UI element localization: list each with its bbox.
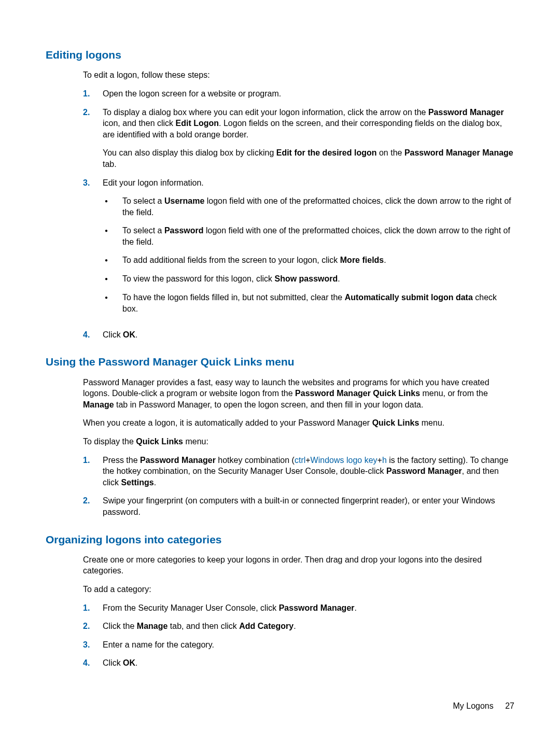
- text-run: To add a category:: [83, 585, 151, 594]
- bullet-text: To have the logon fields filled in, but …: [122, 292, 514, 314]
- text-run: .: [135, 658, 137, 667]
- list-marker: 3.: [83, 639, 103, 651]
- bullet-icon: ●: [103, 225, 122, 236]
- footer-section: My Logons: [453, 701, 493, 710]
- text-run: Enter a name for the category.: [103, 640, 214, 649]
- list-item: 3.Edit your logon information.●To select…: [83, 177, 514, 322]
- bullet-item: ●To select a Password logon field with o…: [103, 225, 514, 247]
- text-run: Quick Links: [136, 437, 183, 446]
- heading-quick-links: Using the Password Manager Quick Links m…: [46, 355, 514, 369]
- list-item-content: From the Security Manager User Console, …: [103, 602, 514, 614]
- text-run: Settings: [121, 478, 154, 487]
- list-item-paragraph: Enter a name for the category.: [103, 639, 514, 651]
- list-item: 2.Swipe your fingerprint (on computers w…: [83, 495, 514, 517]
- bullet-text: To select a Username logon field with on…: [122, 195, 514, 218]
- text-run: Open the logon screen for a website or p…: [103, 89, 281, 98]
- bullet-item: ●To select a Username logon field with o…: [103, 195, 514, 218]
- list-marker: 2.: [83, 107, 103, 118]
- footer-page-number: 27: [505, 701, 514, 710]
- ordered-list: 1.From the Security Manager User Console…: [83, 602, 514, 669]
- list-item-paragraph: Swipe your fingerprint (on computers wit…: [103, 495, 514, 517]
- bullet-icon: ●: [103, 273, 122, 285]
- text-run: Password: [164, 226, 204, 235]
- text-run: Press the: [103, 456, 140, 465]
- text-run: When you create a logon, it is automatic…: [83, 418, 372, 427]
- text-run: Username: [164, 196, 204, 205]
- list-item-content: Edit your logon information.●To select a…: [103, 177, 514, 322]
- text-run: .: [355, 603, 357, 612]
- text-run: To view the password for this logon, cli…: [122, 274, 274, 283]
- text-run: +: [305, 456, 310, 465]
- bullet-text: To add additional fields from the screen…: [122, 255, 514, 266]
- ordered-list: 1.Press the Password Manager hotkey comb…: [83, 455, 514, 518]
- list-item: 1.From the Security Manager User Console…: [83, 602, 514, 614]
- text-run: +: [377, 456, 382, 465]
- text-run: Add Category: [239, 622, 293, 630]
- list-item-content: Open the logon screen for a website or p…: [103, 88, 514, 100]
- bullet-item: ●To add additional fields from the scree…: [103, 255, 514, 266]
- text-run: Manage: [83, 400, 114, 409]
- list-marker: 2.: [83, 495, 103, 507]
- list-item-paragraph: Open the logon screen for a website or p…: [103, 88, 514, 100]
- text-run: Quick Links: [372, 418, 419, 427]
- text-run: More fields: [340, 256, 384, 264]
- text-run: Password Manager: [140, 456, 216, 465]
- list-marker: 1.: [83, 602, 103, 614]
- list-item-content: Click OK.: [103, 329, 514, 341]
- paragraph: To add a category:: [83, 584, 514, 595]
- text-run: .: [384, 256, 386, 264]
- text-run: tab.: [103, 160, 117, 168]
- text-run: Password Manager: [428, 108, 504, 117]
- text-run: To display the: [83, 437, 136, 446]
- text-run: ctrl: [295, 456, 305, 465]
- list-item-content: Press the Password Manager hotkey combin…: [103, 455, 514, 488]
- paragraph: Password Manager provides a fast, easy w…: [83, 377, 514, 411]
- bullet-text: To select a Password logon field with on…: [122, 225, 514, 247]
- text-run: tab in Password Manager, to open the log…: [114, 400, 424, 409]
- text-run: on the: [377, 148, 404, 157]
- list-item: 3.Enter a name for the category.: [83, 639, 514, 651]
- bullet-item: ●To have the logon fields filled in, but…: [103, 292, 514, 314]
- list-item-paragraph: Edit your logon information.: [103, 177, 514, 189]
- text-run: Click the: [103, 622, 137, 630]
- list-item-content: Click OK.: [103, 657, 514, 669]
- list-item: 4.Click OK.: [83, 657, 514, 669]
- text-run: OK: [123, 330, 135, 339]
- list-item: 2.To display a dialog box where you can …: [83, 107, 514, 170]
- text-run: Edit Logon: [176, 119, 219, 128]
- list-item-content: Click the Manage tab, and then click Add…: [103, 621, 514, 632]
- text-run: To display a dialog box where you can ed…: [103, 108, 428, 117]
- text-run: menu.: [419, 418, 444, 427]
- list-item: 1.Press the Password Manager hotkey comb…: [83, 455, 514, 488]
- bullet-icon: ●: [103, 255, 122, 266]
- list-item-content: Enter a name for the category.: [103, 639, 514, 651]
- list-item-content: Swipe your fingerprint (on computers wit…: [103, 495, 514, 517]
- text-run: Password Manager: [279, 603, 355, 612]
- text-run: Automatically submit logon data: [345, 293, 473, 302]
- text-run: From the Security Manager User Console, …: [103, 603, 279, 612]
- list-item-paragraph: From the Security Manager User Console, …: [103, 602, 514, 614]
- text-run: Click: [103, 658, 123, 667]
- text-run: To have the logon fields filled in, but …: [122, 293, 345, 302]
- text-run: menu:: [183, 437, 208, 446]
- text-run: .: [154, 478, 156, 487]
- bullet-icon: ●: [103, 292, 122, 303]
- text-run: Create one or more categories to keep yo…: [83, 555, 482, 575]
- list-marker: 1.: [83, 455, 103, 466]
- page: Editing logons To edit a logon, follow t…: [0, 0, 560, 745]
- list-item: 4.Click OK.: [83, 329, 514, 341]
- text-run: icon, and then click: [103, 119, 176, 128]
- bullet-text: To view the password for this logon, cli…: [122, 273, 514, 285]
- text-run: You can also display this dialog box by …: [103, 148, 276, 157]
- text-run: Manage: [137, 622, 168, 630]
- text-run: Click: [103, 330, 123, 339]
- paragraph-group: Password Manager provides a fast, easy w…: [46, 377, 514, 447]
- list-item-paragraph: Click the Manage tab, and then click Add…: [103, 621, 514, 632]
- text-run: Password Manager: [386, 467, 462, 475]
- bullet-icon: ●: [103, 195, 122, 207]
- text-run: Password Manager Manage: [404, 148, 513, 157]
- bullet-list: ●To select a Username logon field with o…: [103, 195, 514, 315]
- list-item-paragraph: You can also display this dialog box by …: [103, 147, 514, 170]
- list-item-paragraph: Click OK.: [103, 329, 514, 341]
- text-run: hotkey combination (: [216, 456, 295, 465]
